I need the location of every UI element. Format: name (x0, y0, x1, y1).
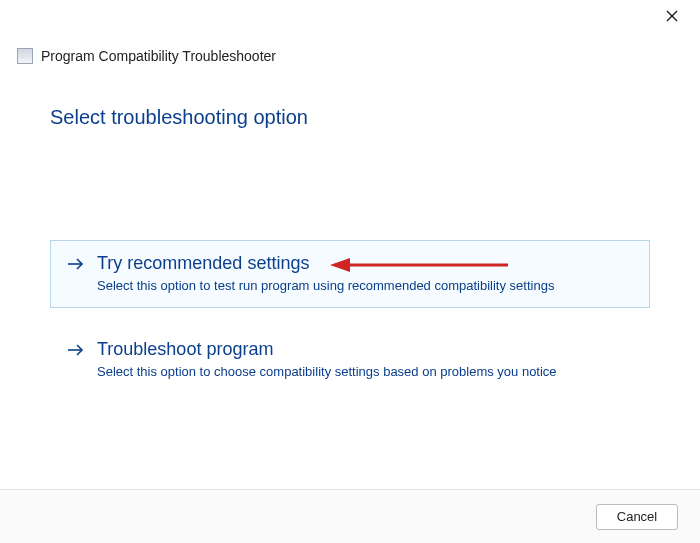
footer: Cancel (0, 489, 700, 543)
page-title: Select troubleshooting option (50, 106, 308, 129)
option-description: Select this option to choose compatibili… (97, 364, 633, 379)
close-button[interactable] (652, 2, 692, 30)
app-icon (17, 48, 33, 64)
cancel-button[interactable]: Cancel (596, 504, 678, 530)
option-try-recommended[interactable]: Try recommended settings Select this opt… (50, 240, 650, 308)
option-description: Select this option to test run program u… (97, 278, 633, 293)
app-title: Program Compatibility Troubleshooter (41, 48, 276, 64)
arrow-right-icon (67, 341, 85, 359)
close-icon (666, 10, 678, 22)
option-troubleshoot-program[interactable]: Troubleshoot program Select this option … (50, 326, 650, 394)
header: Program Compatibility Troubleshooter (17, 48, 276, 64)
option-title: Troubleshoot program (97, 339, 273, 360)
arrow-right-icon (67, 255, 85, 273)
option-title: Try recommended settings (97, 253, 309, 274)
